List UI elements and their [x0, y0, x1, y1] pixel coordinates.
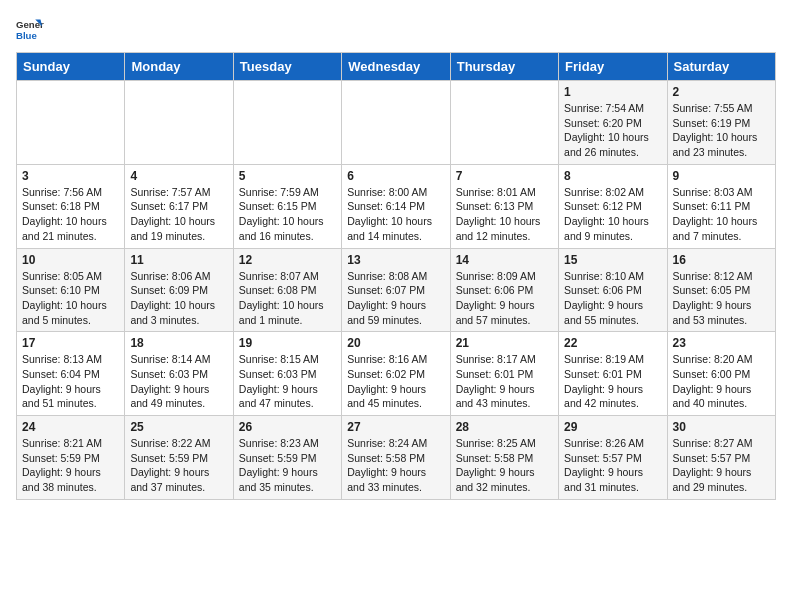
day-number: 9 [673, 169, 770, 183]
day-number: 26 [239, 420, 336, 434]
day-number: 19 [239, 336, 336, 350]
day-info: Sunrise: 7:59 AM Sunset: 6:15 PM Dayligh… [239, 185, 336, 244]
day-number: 6 [347, 169, 444, 183]
svg-text:Blue: Blue [16, 30, 37, 41]
calendar-cell [17, 81, 125, 165]
day-number: 24 [22, 420, 119, 434]
calendar-cell: 11Sunrise: 8:06 AM Sunset: 6:09 PM Dayli… [125, 248, 233, 332]
day-number: 4 [130, 169, 227, 183]
calendar-cell: 3Sunrise: 7:56 AM Sunset: 6:18 PM Daylig… [17, 164, 125, 248]
day-info: Sunrise: 8:09 AM Sunset: 6:06 PM Dayligh… [456, 269, 553, 328]
day-info: Sunrise: 8:16 AM Sunset: 6:02 PM Dayligh… [347, 352, 444, 411]
calendar-cell: 15Sunrise: 8:10 AM Sunset: 6:06 PM Dayli… [559, 248, 667, 332]
day-info: Sunrise: 8:01 AM Sunset: 6:13 PM Dayligh… [456, 185, 553, 244]
calendar-cell: 17Sunrise: 8:13 AM Sunset: 6:04 PM Dayli… [17, 332, 125, 416]
day-info: Sunrise: 8:26 AM Sunset: 5:57 PM Dayligh… [564, 436, 661, 495]
day-info: Sunrise: 7:54 AM Sunset: 6:20 PM Dayligh… [564, 101, 661, 160]
day-number: 17 [22, 336, 119, 350]
day-number: 21 [456, 336, 553, 350]
calendar-cell: 2Sunrise: 7:55 AM Sunset: 6:19 PM Daylig… [667, 81, 775, 165]
day-number: 15 [564, 253, 661, 267]
calendar-cell: 6Sunrise: 8:00 AM Sunset: 6:14 PM Daylig… [342, 164, 450, 248]
day-info: Sunrise: 8:20 AM Sunset: 6:00 PM Dayligh… [673, 352, 770, 411]
calendar-cell: 23Sunrise: 8:20 AM Sunset: 6:00 PM Dayli… [667, 332, 775, 416]
day-info: Sunrise: 7:56 AM Sunset: 6:18 PM Dayligh… [22, 185, 119, 244]
day-info: Sunrise: 8:02 AM Sunset: 6:12 PM Dayligh… [564, 185, 661, 244]
day-info: Sunrise: 7:55 AM Sunset: 6:19 PM Dayligh… [673, 101, 770, 160]
day-number: 7 [456, 169, 553, 183]
day-number: 8 [564, 169, 661, 183]
day-number: 25 [130, 420, 227, 434]
calendar-cell [342, 81, 450, 165]
calendar-cell: 8Sunrise: 8:02 AM Sunset: 6:12 PM Daylig… [559, 164, 667, 248]
day-info: Sunrise: 8:21 AM Sunset: 5:59 PM Dayligh… [22, 436, 119, 495]
day-number: 16 [673, 253, 770, 267]
col-header-sunday: Sunday [17, 53, 125, 81]
day-number: 5 [239, 169, 336, 183]
day-number: 18 [130, 336, 227, 350]
calendar-cell: 22Sunrise: 8:19 AM Sunset: 6:01 PM Dayli… [559, 332, 667, 416]
calendar-week-row: 17Sunrise: 8:13 AM Sunset: 6:04 PM Dayli… [17, 332, 776, 416]
logo-icon: General Blue [16, 16, 44, 44]
day-number: 13 [347, 253, 444, 267]
calendar-cell [450, 81, 558, 165]
day-info: Sunrise: 8:24 AM Sunset: 5:58 PM Dayligh… [347, 436, 444, 495]
col-header-monday: Monday [125, 53, 233, 81]
col-header-tuesday: Tuesday [233, 53, 341, 81]
calendar-cell: 27Sunrise: 8:24 AM Sunset: 5:58 PM Dayli… [342, 416, 450, 500]
calendar-cell: 29Sunrise: 8:26 AM Sunset: 5:57 PM Dayli… [559, 416, 667, 500]
calendar-header-row: SundayMondayTuesdayWednesdayThursdayFrid… [17, 53, 776, 81]
calendar-cell [233, 81, 341, 165]
day-info: Sunrise: 8:14 AM Sunset: 6:03 PM Dayligh… [130, 352, 227, 411]
day-info: Sunrise: 8:00 AM Sunset: 6:14 PM Dayligh… [347, 185, 444, 244]
col-header-friday: Friday [559, 53, 667, 81]
day-number: 29 [564, 420, 661, 434]
day-info: Sunrise: 8:07 AM Sunset: 6:08 PM Dayligh… [239, 269, 336, 328]
day-number: 11 [130, 253, 227, 267]
day-info: Sunrise: 8:13 AM Sunset: 6:04 PM Dayligh… [22, 352, 119, 411]
day-number: 30 [673, 420, 770, 434]
calendar-week-row: 3Sunrise: 7:56 AM Sunset: 6:18 PM Daylig… [17, 164, 776, 248]
col-header-saturday: Saturday [667, 53, 775, 81]
day-number: 10 [22, 253, 119, 267]
day-number: 23 [673, 336, 770, 350]
day-info: Sunrise: 8:19 AM Sunset: 6:01 PM Dayligh… [564, 352, 661, 411]
day-info: Sunrise: 8:10 AM Sunset: 6:06 PM Dayligh… [564, 269, 661, 328]
day-info: Sunrise: 8:12 AM Sunset: 6:05 PM Dayligh… [673, 269, 770, 328]
day-info: Sunrise: 8:15 AM Sunset: 6:03 PM Dayligh… [239, 352, 336, 411]
day-info: Sunrise: 8:17 AM Sunset: 6:01 PM Dayligh… [456, 352, 553, 411]
calendar-cell: 10Sunrise: 8:05 AM Sunset: 6:10 PM Dayli… [17, 248, 125, 332]
day-number: 27 [347, 420, 444, 434]
calendar-cell: 13Sunrise: 8:08 AM Sunset: 6:07 PM Dayli… [342, 248, 450, 332]
calendar-cell: 1Sunrise: 7:54 AM Sunset: 6:20 PM Daylig… [559, 81, 667, 165]
col-header-thursday: Thursday [450, 53, 558, 81]
calendar-cell: 21Sunrise: 8:17 AM Sunset: 6:01 PM Dayli… [450, 332, 558, 416]
calendar-week-row: 10Sunrise: 8:05 AM Sunset: 6:10 PM Dayli… [17, 248, 776, 332]
day-info: Sunrise: 7:57 AM Sunset: 6:17 PM Dayligh… [130, 185, 227, 244]
day-info: Sunrise: 8:22 AM Sunset: 5:59 PM Dayligh… [130, 436, 227, 495]
calendar-cell: 24Sunrise: 8:21 AM Sunset: 5:59 PM Dayli… [17, 416, 125, 500]
calendar-cell: 25Sunrise: 8:22 AM Sunset: 5:59 PM Dayli… [125, 416, 233, 500]
logo: General Blue [16, 16, 48, 44]
col-header-wednesday: Wednesday [342, 53, 450, 81]
day-number: 28 [456, 420, 553, 434]
calendar-table: SundayMondayTuesdayWednesdayThursdayFrid… [16, 52, 776, 500]
calendar-cell: 9Sunrise: 8:03 AM Sunset: 6:11 PM Daylig… [667, 164, 775, 248]
day-number: 3 [22, 169, 119, 183]
day-info: Sunrise: 8:23 AM Sunset: 5:59 PM Dayligh… [239, 436, 336, 495]
calendar-week-row: 24Sunrise: 8:21 AM Sunset: 5:59 PM Dayli… [17, 416, 776, 500]
calendar-cell: 4Sunrise: 7:57 AM Sunset: 6:17 PM Daylig… [125, 164, 233, 248]
day-number: 22 [564, 336, 661, 350]
day-number: 2 [673, 85, 770, 99]
page-header: General Blue [16, 16, 776, 44]
calendar-cell: 16Sunrise: 8:12 AM Sunset: 6:05 PM Dayli… [667, 248, 775, 332]
day-number: 12 [239, 253, 336, 267]
calendar-cell: 26Sunrise: 8:23 AM Sunset: 5:59 PM Dayli… [233, 416, 341, 500]
day-number: 20 [347, 336, 444, 350]
calendar-cell [125, 81, 233, 165]
day-number: 1 [564, 85, 661, 99]
day-info: Sunrise: 8:06 AM Sunset: 6:09 PM Dayligh… [130, 269, 227, 328]
calendar-cell: 12Sunrise: 8:07 AM Sunset: 6:08 PM Dayli… [233, 248, 341, 332]
day-info: Sunrise: 8:25 AM Sunset: 5:58 PM Dayligh… [456, 436, 553, 495]
day-info: Sunrise: 8:08 AM Sunset: 6:07 PM Dayligh… [347, 269, 444, 328]
